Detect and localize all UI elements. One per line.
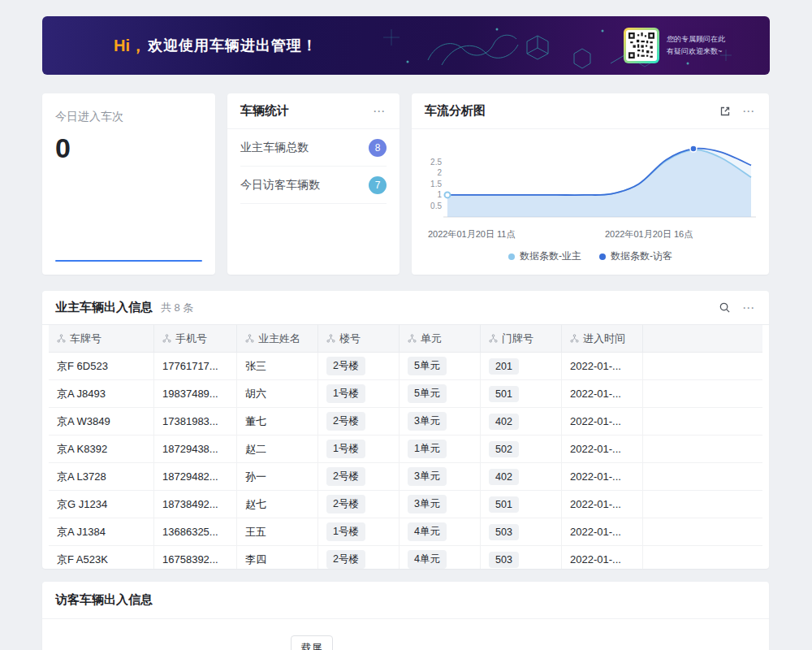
table-cell: 张三 [237, 353, 318, 379]
column-header-filler [643, 325, 762, 352]
tag-value: 4单元 [408, 522, 447, 541]
table-cell: 18729482... [154, 463, 237, 490]
table-cell: 2022-01-... [562, 380, 643, 407]
table-cell: 京A L3728 [49, 463, 154, 490]
tag-value: 2号楼 [326, 357, 365, 375]
table-row[interactable]: 京A J849319837489...胡六1号楼5单元5012022-01-..… [49, 380, 762, 408]
tag-value: 2号楼 [326, 495, 365, 514]
stat-list: 业主车辆总数 8 今日访客车辆数 7 [227, 129, 400, 204]
card-title: 车辆统计 [240, 103, 289, 119]
table-cell: 17761717... [154, 353, 237, 379]
stat-item-label: 今日访客车辆数 [240, 178, 320, 193]
card-header: 车流分析图 ⋯ [412, 93, 769, 129]
flow-chart: 0.511.522.5 [423, 136, 758, 227]
card-header: 访客车辆出入信息 [42, 582, 769, 619]
tag-value: 2号楼 [326, 467, 365, 486]
qr-block: 您的专属顾问在此 有疑问欢迎来数~ [624, 28, 725, 63]
table-cell: 京F 6D523 [49, 353, 154, 379]
owner-vehicle-table-card: 业主车辆出入信息 共 8 条 ⋯ 车牌号手机号业主姓名楼号单元门牌号进入时间京F… [42, 291, 769, 569]
legend-item-visitor[interactable]: 数据条数-访客 [599, 249, 672, 263]
table-cell: 502 [481, 436, 562, 462]
table-cell: 李四 [237, 546, 318, 569]
tag-value: 5单元 [408, 384, 447, 403]
svg-text:1: 1 [437, 190, 442, 199]
table-cell: 402 [481, 408, 562, 435]
more-options-icon[interactable]: ⋯ [742, 301, 756, 314]
table-cell: 18729438... [154, 436, 237, 462]
stat-item-badge: 8 [369, 139, 387, 157]
table-row[interactable]: 京A J138413686325...王五1号楼4单元5032022-01-..… [49, 518, 762, 546]
area-chart: 0.511.522.5 [423, 136, 758, 227]
column-header-4[interactable]: 楼号 [318, 325, 400, 352]
field-type-icon [162, 334, 171, 343]
table-cell: 2022-01-... [562, 353, 643, 379]
table-cell: 1号楼 [318, 436, 400, 462]
partial-button[interactable]: 载屏 [291, 635, 333, 650]
column-header-1[interactable]: 车牌号 [49, 325, 154, 352]
tag-value: 5单元 [408, 357, 447, 375]
banner-greeting: Hi， 欢迎使用车辆进出管理！ [114, 16, 317, 75]
tag-value: 1号楼 [326, 384, 365, 403]
table-cell: 201 [481, 353, 562, 379]
more-options-icon[interactable]: ⋯ [742, 105, 756, 117]
legend-item-owner[interactable]: 数据条数-业主 [508, 249, 581, 263]
tag-value: 502 [489, 441, 519, 457]
table-row[interactable]: 京F A523K16758392...李四2号楼4单元5032022-01-..… [49, 546, 762, 569]
svg-text:2.5: 2.5 [430, 158, 442, 167]
stat-title: 今日进入车次 [55, 110, 202, 124]
column-header-2[interactable]: 手机号 [154, 325, 237, 352]
table-cell: 3单元 [400, 491, 481, 518]
table-cell: 2号楼 [318, 408, 400, 435]
tag-value: 1号楼 [326, 522, 365, 541]
more-options-icon[interactable]: ⋯ [373, 105, 387, 117]
table-cell: 503 [481, 546, 562, 569]
column-header-3[interactable]: 业主姓名 [237, 325, 318, 352]
tag-value: 201 [489, 358, 519, 375]
column-header-5[interactable]: 单元 [400, 325, 481, 352]
field-type-icon [245, 334, 254, 343]
table-cell: 2号楼 [318, 463, 400, 490]
table-row[interactable]: 京F 6D52317761717...张三2号楼5单元2012022-01-..… [49, 353, 762, 380]
column-header-7[interactable]: 进入时间 [562, 325, 643, 352]
tag-value: 501 [489, 386, 519, 402]
table-cell: 2号楼 [318, 353, 400, 379]
table-cell-filler [643, 436, 762, 462]
table-cell: 2022-01-... [562, 436, 643, 462]
card-header: 业主车辆出入信息 共 8 条 ⋯ [42, 291, 769, 325]
svg-text:2: 2 [437, 168, 442, 177]
x-axis-label-start: 2022年01月20日 11点 [428, 228, 515, 240]
table-cell: 5单元 [400, 353, 481, 379]
table-cell: 1单元 [400, 436, 481, 462]
table-cell: 17381983... [154, 408, 237, 435]
table-row[interactable]: 京A L372818729482...孙一2号楼3单元4022022-01-..… [49, 463, 762, 491]
table-cell: 3单元 [400, 463, 481, 490]
table-cell: 董七 [237, 408, 318, 435]
column-header-6[interactable]: 门牌号 [481, 325, 562, 352]
table-cell: 13686325... [154, 518, 237, 545]
table-cell: 京A J1384 [49, 518, 154, 545]
tag-value: 503 [489, 552, 519, 568]
x-axis-label-end: 2022年01月20日 16点 [605, 228, 693, 240]
card-header: 车辆统计 ⋯ [227, 93, 400, 129]
card-title: 访客车辆出入信息 [55, 592, 153, 608]
table-cell-filler [643, 380, 762, 407]
table-row[interactable]: 京A W384917381983...董七2号楼3单元4022022-01-..… [49, 408, 762, 436]
table-row[interactable]: 京G J123418738492...赵七2号楼3单元5012022-01-..… [49, 491, 762, 518]
table-cell: 胡六 [237, 380, 318, 407]
tag-value: 2号楼 [326, 550, 365, 569]
legend-label: 数据条数-业主 [520, 249, 581, 263]
table-cell: 京F A523K [49, 546, 154, 569]
search-icon[interactable] [719, 301, 731, 314]
stat-accent-line [55, 260, 202, 262]
table-cell-filler [643, 408, 762, 435]
field-type-icon [408, 334, 417, 343]
svg-text:1.5: 1.5 [430, 180, 442, 188]
legend-dot-icon [508, 254, 515, 260]
export-icon[interactable] [719, 106, 731, 117]
greeting-highlight: Hi， [114, 35, 146, 57]
tag-value: 501 [489, 496, 519, 513]
column-header-label: 楼号 [339, 332, 361, 346]
table-cell: 2号楼 [318, 546, 400, 569]
table-cell: 2022-01-... [562, 546, 643, 569]
table-row[interactable]: 京A K839218729438...赵二1号楼1单元5022022-01-..… [49, 436, 762, 463]
